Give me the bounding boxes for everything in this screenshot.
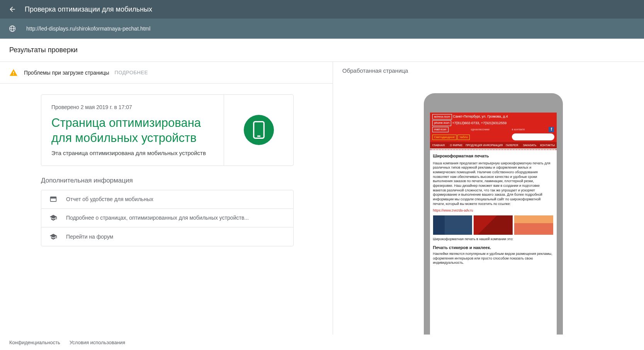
preview-nav-item: ПРОДУКЦИЯ: [465, 143, 483, 147]
preview-h1: Широкоформатная печать: [433, 153, 554, 159]
warning-text: Проблемы при загрузке страницы: [24, 70, 109, 76]
preview-nav-item: ЗАКАЗАТЬ: [521, 143, 539, 147]
right-title: Обработанная страница: [342, 67, 644, 74]
preview-body: Широкоформатная печать в нашей компании …: [433, 237, 554, 242]
preview-nav-item: ГЛАВНАЯ: [430, 143, 448, 147]
preview-images: [433, 215, 554, 235]
preview-nav: ГЛАВНАЯ О ФИРМЕ ПРОДУКЦИЯ ИНФОРМАЦИЯ ГАЛ…: [430, 142, 557, 149]
svg-rect-6: [51, 197, 56, 198]
preview-nav-item: ИНФОРМАЦИЯ: [483, 143, 503, 147]
preview-address-label: adress-icon: [432, 114, 452, 120]
info-label: Перейти на форум: [66, 234, 113, 240]
warning-details-link[interactable]: ПОДРОБНЕЕ: [115, 70, 148, 75]
terms-link[interactable]: Условия использования: [70, 340, 125, 345]
report-icon: [49, 195, 58, 203]
facebook-icon: f: [549, 127, 554, 132]
back-button[interactable]: [8, 5, 17, 14]
preview-phone: +7(812)602-0733, +7(921)9312559: [452, 121, 507, 126]
arrow-left-icon: [8, 5, 16, 13]
warning-icon: [9, 68, 18, 77]
info-section-title: Дополнительная информация: [41, 177, 333, 184]
check-date: Проверено 2 мая 2019 г. в 17:07: [51, 104, 214, 110]
preview-address: Санкт-Петербург, ул. Громова, д.4: [453, 114, 508, 119]
preview-body: Наклейки являются популярным и удобным в…: [433, 252, 554, 265]
school-icon: [49, 213, 58, 222]
url-bar: http://led-displays.ru/shirokoformatnaya…: [0, 19, 644, 39]
info-label: Отчет об удобстве для мобильных: [66, 196, 153, 202]
preview-mail-label: mail-icon: [432, 127, 449, 132]
preview-h2: Печать стикеров и наклеек.: [433, 245, 554, 250]
preview-nav-item: КОНТАКТЫ: [539, 143, 557, 147]
phone-screen: adress-icon Санкт-Петербург, ул. Громова…: [430, 113, 557, 335]
phone-frame: adress-icon Санкт-Петербург, ул. Громова…: [424, 93, 563, 335]
info-item-report[interactable]: Отчет об удобстве для мобильных: [41, 190, 293, 209]
preview-nav-item: О ФИРМЕ: [447, 143, 465, 147]
url-text[interactable]: http://led-displays.ru/shirokoformatnaya…: [26, 26, 150, 32]
preview-social: в контакте: [512, 128, 525, 131]
preview-body: Наша компания предлагает интерьерную шир…: [433, 161, 554, 207]
result-card: Проверено 2 мая 2019 г. в 17:07 Страница…: [41, 94, 294, 166]
preview-link: https://www.zvezda-adv.ru: [433, 208, 554, 213]
result-heading: Страница оптимизирована для мобильных ус…: [51, 116, 214, 146]
preview-logo: табло: [457, 135, 469, 140]
mobile-ok-icon: [244, 115, 274, 145]
app-title: Проверка оптимизации для мобильных: [25, 5, 152, 14]
preview-logo: Светодиодное: [432, 135, 457, 140]
privacy-link[interactable]: Конфиденциальность: [9, 340, 60, 345]
info-list: Отчет об удобстве для мобильных Подробне…: [41, 190, 294, 246]
preview-social: одноклассники: [471, 128, 489, 131]
result-icon-box: [224, 95, 293, 166]
preview-search: [512, 133, 554, 140]
preview-nav-item: ГАЛЕРЕЯ: [503, 143, 521, 147]
info-item-learn[interactable]: Подробнее о страницах, оптимизированных …: [41, 209, 293, 227]
forum-icon: [49, 232, 58, 241]
footer: Конфиденциальность Условия использования: [0, 335, 644, 350]
left-panel: Проблемы при загрузке страницы ПОДРОБНЕЕ…: [0, 62, 333, 335]
warning-row: Проблемы при загрузке страницы ПОДРОБНЕЕ: [0, 62, 333, 84]
preview-phone-label: phone-icon: [432, 120, 452, 126]
result-subtext: Эта страница оптимизирована для мобильны…: [51, 150, 214, 156]
right-panel: Обработанная страница adress-icon Санкт-…: [333, 62, 644, 335]
subheader-title: Результаты проверки: [9, 46, 78, 54]
info-label: Подробнее о страницах, оптимизированных …: [66, 215, 249, 221]
info-item-forum[interactable]: Перейти на форум: [41, 227, 293, 246]
app-header: Проверка оптимизации для мобильных: [0, 0, 644, 19]
subheader: Результаты проверки: [0, 39, 644, 62]
globe-icon: [8, 24, 17, 33]
